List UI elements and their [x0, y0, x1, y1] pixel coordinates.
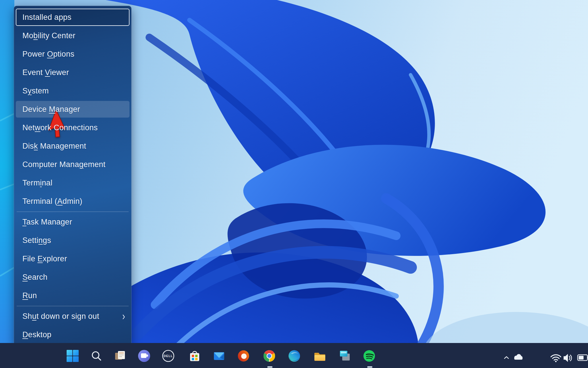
menu-item-label: Installed apps — [22, 13, 71, 22]
task-view-icon — [113, 349, 127, 363]
volume-icon — [562, 351, 575, 364]
folder-icon — [313, 349, 327, 363]
menu-item-installed-apps[interactable]: Installed apps — [14, 8, 131, 26]
menu-separator — [14, 305, 131, 307]
file-explorer-button[interactable] — [313, 349, 327, 363]
tray-battery-button[interactable] — [577, 351, 588, 365]
menu-item-device-manager[interactable]: Device Manager — [14, 100, 131, 118]
menu-item-mobility-center[interactable]: Mobility Center — [14, 26, 131, 45]
menu-item-label: Mobility Center — [22, 31, 76, 40]
menu-item-task-manager[interactable]: Task Manager — [14, 213, 131, 231]
remote-desktop-app-button[interactable] — [338, 349, 352, 363]
edge-button[interactable] — [287, 349, 301, 363]
task-view-button[interactable] — [113, 349, 127, 363]
menu-item-terminal[interactable]: Terminal — [14, 174, 131, 192]
menu-item-run[interactable]: Run — [14, 286, 131, 305]
menu-item-file-explorer[interactable]: File Explorer — [14, 250, 131, 268]
menu-item-terminal-admin[interactable]: Terminal (Admin) — [14, 192, 131, 210]
spotify-button[interactable] — [362, 349, 376, 363]
menu-item-label: Terminal — [22, 179, 52, 187]
menu-item-label: Search — [22, 273, 47, 282]
chrome-icon — [262, 349, 276, 363]
spotify-icon — [362, 349, 376, 363]
battery-icon — [577, 351, 588, 364]
menu-item-event-viewer[interactable]: Event Viewer — [14, 63, 131, 82]
menu-item-label: Settings — [22, 236, 51, 245]
spotify-running-indicator — [367, 366, 372, 368]
dell-logo-icon: DELL — [161, 349, 175, 363]
menu-item-settings[interactable]: Settings — [14, 231, 131, 250]
tray-wifi-button[interactable] — [549, 351, 562, 365]
chrome-running-indicator — [267, 366, 272, 368]
dell-app-button[interactable]: DELL — [161, 349, 175, 363]
menu-item-computer-management[interactable]: Computer Management — [14, 155, 131, 174]
menu-item-label: Terminal (Admin) — [22, 197, 82, 206]
onedrive-cloud-icon — [513, 353, 524, 361]
menu-item-desktop[interactable]: Desktop — [14, 325, 131, 344]
desktop-screen: Installed appsMobility CenterPower Optio… — [0, 0, 588, 368]
stacked-windows-app-icon — [338, 349, 352, 363]
menu-item-label: Task Manager — [22, 218, 72, 227]
menu-item-search[interactable]: Search — [14, 268, 131, 286]
taskbar-search-button[interactable] — [90, 349, 103, 363]
menu-item-label: Event Viewer — [22, 68, 69, 77]
menu-item-power-options[interactable]: Power Options — [14, 45, 131, 63]
menu-item-label: Power Options — [22, 50, 74, 59]
menu-item-label: File Explorer — [22, 254, 67, 263]
chat-icon — [137, 349, 151, 363]
windows-start-icon — [66, 349, 80, 363]
menu-item-label: Device Manager — [22, 105, 80, 114]
edge-icon — [287, 349, 301, 363]
tray-onedrive-button[interactable] — [513, 353, 524, 362]
menu-item-shut-down-or-sign-out[interactable]: Shut down or sign out› — [14, 307, 131, 325]
menu-item-network-connections[interactable]: Network Connections — [14, 118, 131, 137]
menu-item-disk-management[interactable]: Disk Management — [14, 137, 131, 155]
menu-item-label: Shut down or sign out — [22, 312, 99, 321]
submenu-chevron-icon: › — [122, 311, 125, 322]
start-button[interactable] — [66, 349, 80, 363]
chat-teams-button[interactable] — [137, 349, 151, 363]
tray-volume-button[interactable] — [562, 351, 575, 365]
taskbar: DELL — [0, 343, 588, 368]
menu-separator — [14, 210, 131, 213]
menu-item-label: Network Connections — [22, 123, 98, 132]
menu-item-label: System — [22, 87, 49, 95]
mail-icon — [212, 349, 226, 363]
menu-item-label: Computer Management — [22, 160, 105, 169]
chevron-up-icon — [503, 354, 510, 360]
mail-button[interactable] — [212, 349, 226, 363]
menu-item-system[interactable]: System — [14, 82, 131, 100]
menu-item-label: Disk Management — [22, 142, 86, 151]
dell-logo-text: DELL — [164, 354, 173, 358]
microsoft-store-button[interactable] — [188, 349, 202, 363]
winx-context-menu: Installed appsMobility CenterPower Optio… — [14, 6, 131, 346]
wifi-icon — [549, 351, 562, 364]
store-icon — [188, 349, 202, 363]
chrome-button[interactable] — [262, 349, 276, 363]
menu-item-label: Run — [22, 291, 37, 300]
office-icon — [237, 349, 250, 363]
office-button[interactable] — [237, 349, 250, 363]
search-icon — [90, 349, 103, 363]
tray-chevron-up-button[interactable] — [503, 354, 510, 361]
menu-item-label: Desktop — [22, 330, 51, 339]
